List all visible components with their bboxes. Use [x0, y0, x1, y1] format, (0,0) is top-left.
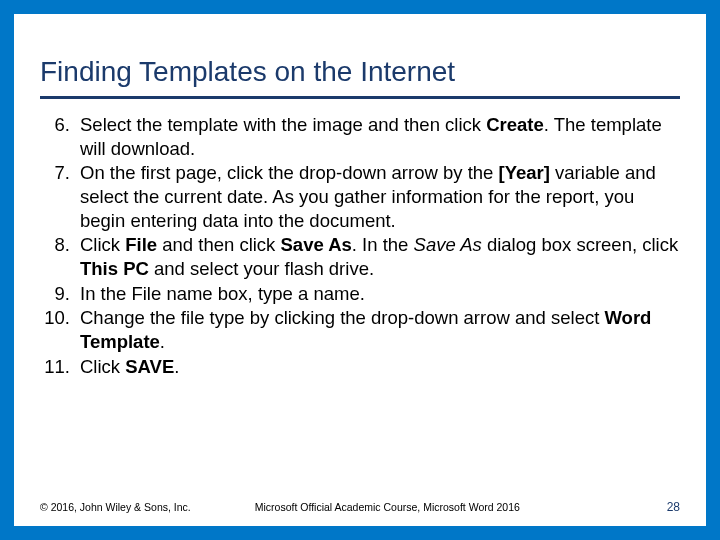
list-item: 7.On the first page, click the drop-down…	[40, 161, 680, 232]
item-number: 8.	[40, 233, 80, 280]
slide-frame: Finding Templates on the Internet 6.Sele…	[0, 0, 720, 540]
course-text: Microsoft Official Academic Course, Micr…	[255, 501, 667, 513]
item-text: Select the template with the image and t…	[80, 113, 680, 160]
item-number: 10.	[40, 306, 80, 353]
item-number: 6.	[40, 113, 80, 160]
copyright-text: © 2016, John Wiley & Sons, Inc.	[40, 501, 191, 513]
item-text: Click File and then click Save As. In th…	[80, 233, 680, 280]
list-item: 10.Change the file type by clicking the …	[40, 306, 680, 353]
item-number: 9.	[40, 282, 80, 306]
item-text: Change the file type by clicking the dro…	[80, 306, 680, 353]
list-item: 9.In the File name box, type a name.	[40, 282, 680, 306]
list-item: 6.Select the template with the image and…	[40, 113, 680, 160]
item-text: In the File name box, type a name.	[80, 282, 680, 306]
instruction-list: 6.Select the template with the image and…	[40, 113, 680, 378]
slide-title: Finding Templates on the Internet	[40, 38, 680, 99]
item-text: On the first page, click the drop-down a…	[80, 161, 680, 232]
footer: © 2016, John Wiley & Sons, Inc. Microsof…	[40, 500, 680, 514]
item-text: Click SAVE.	[80, 355, 680, 379]
item-number: 7.	[40, 161, 80, 232]
list-item: 8.Click File and then click Save As. In …	[40, 233, 680, 280]
list-item: 11.Click SAVE.	[40, 355, 680, 379]
item-number: 11.	[40, 355, 80, 379]
page-number: 28	[667, 500, 680, 514]
